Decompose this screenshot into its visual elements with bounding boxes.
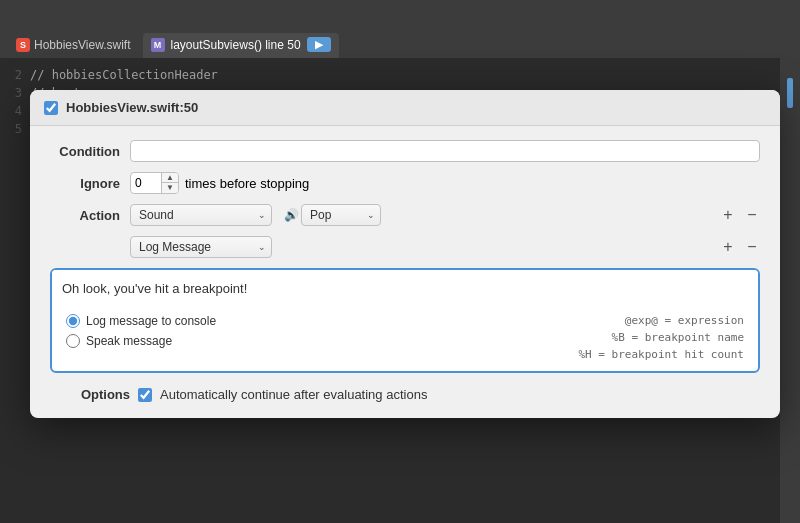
action2-minus-button[interactable]: − [744, 239, 760, 255]
action2-type-select-wrapper: Log Message Debugger Command Shell Comma… [130, 236, 272, 258]
action2-plus-minus: + − [720, 239, 760, 255]
action2-type-select[interactable]: Log Message Debugger Command Shell Comma… [130, 236, 272, 258]
line-content: // hobbiesCollectionHeader [30, 66, 218, 84]
stepper-up-button[interactable]: ▲ [162, 173, 178, 183]
auto-continue-label: Automatically continue after evaluating … [160, 387, 427, 402]
log-message-section: Log message to console Speak message @ex… [50, 268, 760, 373]
ignore-stepper: ▲ ▼ [161, 173, 178, 193]
dialog-title-bar: HobbiesView.swift:50 [30, 90, 780, 126]
speak-message-label: Speak message [86, 334, 172, 348]
parent-file-name: HobbiesView.swift [34, 38, 131, 52]
hint-breakpoint-name: %B = breakpoint name [612, 331, 744, 344]
log-options-right: @exp@ = expression %B = breakpoint name … [405, 314, 744, 361]
breakpoint-enabled-checkbox[interactable] [44, 101, 58, 115]
right-sidebar [780, 58, 800, 523]
action-control-area: Sound Log Message Debugger Command Shell… [130, 204, 760, 226]
ignore-suffix: times before stopping [185, 176, 309, 191]
swift-icon: S [16, 38, 30, 52]
action1-plus-minus: + − [720, 207, 760, 223]
action-label: Action [50, 208, 130, 223]
log-to-console-radio[interactable] [66, 314, 80, 328]
breakpoint-dialog: HobbiesView.swift:50 Condition Ignore ▲ … [30, 90, 780, 418]
auto-continue-checkbox[interactable] [138, 388, 152, 402]
sound-select[interactable]: Pop Basso Blow Bottle Frog Funk Glass [301, 204, 381, 226]
stepper-down-button[interactable]: ▼ [162, 183, 178, 193]
condition-input-area [130, 140, 760, 162]
ignore-label: Ignore [50, 176, 130, 191]
options-label: Options [50, 387, 130, 402]
code-line: 2 // hobbiesCollectionHeader [0, 66, 800, 84]
condition-row: Condition [50, 140, 760, 162]
condition-input[interactable] [130, 140, 760, 162]
action-row-1: Action Sound Log Message Debugger Comman… [50, 204, 760, 226]
ignore-control-area: ▲ ▼ times before stopping [130, 172, 760, 194]
ignore-row: Ignore ▲ ▼ times before stopping [50, 172, 760, 194]
log-to-console-row: Log message to console [66, 314, 405, 328]
speak-message-row: Speak message [66, 334, 405, 348]
log-message-input[interactable] [52, 270, 758, 306]
log-options: Log message to console Speak message @ex… [52, 306, 758, 371]
hint-hit-count: %H = breakpoint hit count [578, 348, 744, 361]
action2-control-area: Log Message Debugger Command Shell Comma… [130, 236, 760, 258]
dialog-title: HobbiesView.swift:50 [66, 100, 198, 115]
action2-plus-button[interactable]: + [720, 239, 736, 255]
line-number: 5 [0, 120, 30, 138]
ignore-number-input[interactable] [131, 176, 161, 190]
hint-expression: @exp@ = expression [625, 314, 744, 327]
log-options-left: Log message to console Speak message [66, 314, 405, 361]
sound-icon: 🔊 [284, 208, 299, 222]
sidebar-indicator [787, 78, 793, 108]
action-row-2: Log Message Debugger Command Shell Comma… [50, 236, 760, 258]
action-type-select[interactable]: Sound Log Message Debugger Command Shell… [130, 204, 272, 226]
action1-plus-button[interactable]: + [720, 207, 736, 223]
condition-label: Condition [50, 144, 130, 159]
options-row: Options Automatically continue after eva… [30, 373, 780, 402]
log-to-console-label: Log message to console [86, 314, 216, 328]
speak-message-radio[interactable] [66, 334, 80, 348]
parent-file-tab[interactable]: S HobbiesView.swift [8, 34, 139, 58]
tab-bar: S HobbiesView.swift M layoutSubviews() l… [0, 0, 800, 58]
method-icon: M [151, 38, 165, 52]
action1-minus-button[interactable]: − [744, 207, 760, 223]
arrow-badge: ▶ [307, 37, 331, 52]
line-number: 4 [0, 102, 30, 120]
sound-select-wrapper: 🔊 Pop Basso Blow Bottle Frog Funk Glass … [284, 204, 381, 226]
action-type-select-wrapper: Sound Log Message Debugger Command Shell… [130, 204, 272, 226]
dialog-body: Condition Ignore ▲ ▼ times before stoppi… [30, 126, 780, 258]
ignore-stepper-wrapper: ▲ ▼ [130, 172, 179, 194]
line-number: 2 [0, 66, 30, 84]
active-tab-label: layoutSubviews() line 50 [171, 38, 301, 52]
line-number: 3 [0, 84, 30, 102]
